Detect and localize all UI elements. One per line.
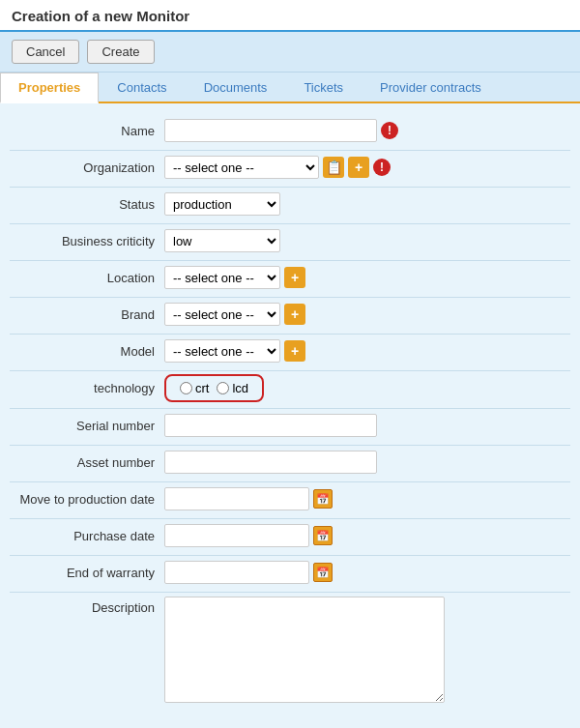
serial-number-row: Serial number: [10, 412, 570, 439]
organization-row: Organization -- select one -- 📋 + !: [10, 154, 570, 181]
name-input[interactable]: [164, 119, 377, 142]
move-to-production-label: Move to production date: [10, 492, 164, 507]
brand-row: Brand -- select one -- +: [10, 301, 570, 328]
serial-number-control: [164, 414, 377, 437]
business-criticity-label: Business criticity: [10, 234, 164, 248]
description-row: Description: [10, 597, 570, 703]
brand-add-button[interactable]: +: [284, 304, 305, 325]
technology-lcd-radio[interactable]: [217, 382, 229, 394]
purchase-date-input[interactable]: [164, 524, 309, 547]
asset-number-control: [164, 451, 377, 474]
organization-view-button[interactable]: 📋: [323, 157, 344, 178]
business-criticity-control: low medium high: [164, 229, 280, 252]
model-label: Model: [10, 344, 164, 359]
location-control: -- select one -- +: [164, 266, 305, 289]
brand-label: Brand: [10, 307, 164, 322]
move-to-production-row: Move to production date 📅: [10, 485, 570, 512]
move-to-production-calendar-button[interactable]: 📅: [313, 489, 333, 509]
end-of-warranty-input[interactable]: [164, 561, 309, 584]
page-title: Creation of a new Monitor: [12, 8, 568, 24]
technology-crt-radio[interactable]: [180, 382, 192, 394]
model-select[interactable]: -- select one --: [164, 339, 280, 363]
name-control: !: [164, 119, 398, 142]
cancel-button[interactable]: Cancel: [12, 40, 79, 64]
tab-provider-contracts[interactable]: Provider contracts: [362, 73, 500, 102]
technology-label: technology: [10, 381, 164, 395]
status-control: production test maintenance retired: [164, 192, 280, 216]
location-row: Location -- select one -- +: [10, 264, 570, 291]
technology-crt-option[interactable]: crt: [180, 381, 209, 395]
create-button[interactable]: Create: [87, 40, 154, 64]
end-of-warranty-row: End of warranty 📅: [10, 559, 570, 586]
status-row: Status production test maintenance retir…: [10, 190, 570, 218]
technology-crt-label: crt: [195, 381, 209, 395]
tab-documents[interactable]: Documents: [186, 73, 286, 102]
tab-tickets[interactable]: Tickets: [285, 73, 362, 102]
technology-box: crt lcd: [164, 374, 264, 402]
asset-number-row: Asset number: [10, 449, 570, 476]
brand-control: -- select one -- +: [164, 303, 305, 326]
location-select[interactable]: -- select one --: [164, 266, 280, 289]
tab-contacts[interactable]: Contacts: [99, 73, 185, 102]
end-of-warranty-control: 📅: [164, 561, 333, 584]
status-select[interactable]: production test maintenance retired: [164, 192, 280, 216]
move-to-production-input[interactable]: [164, 487, 309, 510]
organization-label: Organization: [10, 160, 164, 175]
name-error-icon: !: [381, 122, 398, 139]
technology-radio-group: crt lcd: [180, 381, 248, 395]
name-row: Name !: [10, 117, 570, 144]
organization-select[interactable]: -- select one --: [164, 156, 319, 179]
description-label: Description: [10, 597, 164, 615]
asset-number-label: Asset number: [10, 455, 164, 470]
business-criticity-row: Business criticity low medium high: [10, 227, 570, 254]
tab-properties[interactable]: Properties: [0, 73, 99, 103]
description-textarea[interactable]: [164, 597, 445, 703]
asset-number-input[interactable]: [164, 451, 377, 474]
technology-lcd-label: lcd: [232, 381, 248, 395]
location-add-button[interactable]: +: [284, 267, 305, 288]
purchase-date-calendar-button[interactable]: 📅: [313, 526, 333, 545]
serial-number-input[interactable]: [164, 414, 377, 437]
organization-add-button[interactable]: +: [348, 157, 369, 178]
tabs-bar: Properties Contacts Documents Tickets Pr…: [0, 73, 580, 103]
form-area: Name ! Organization -- select one -- 📋 +…: [0, 103, 580, 728]
location-label: Location: [10, 271, 164, 285]
status-label: Status: [10, 197, 164, 212]
purchase-date-row: Purchase date 📅: [10, 522, 570, 549]
technology-row: technology crt lcd: [10, 374, 570, 402]
brand-select[interactable]: -- select one --: [164, 303, 280, 326]
technology-control: crt lcd: [164, 374, 264, 402]
organization-error-icon: !: [373, 159, 391, 176]
model-add-button[interactable]: +: [284, 340, 305, 362]
name-label: Name: [10, 124, 164, 138]
business-criticity-select[interactable]: low medium high: [164, 229, 280, 252]
move-to-production-control: 📅: [164, 487, 333, 510]
serial-number-label: Serial number: [10, 419, 164, 433]
end-of-warranty-label: End of warranty: [10, 566, 164, 580]
technology-lcd-option[interactable]: lcd: [217, 381, 248, 395]
model-row: Model -- select one -- +: [10, 337, 570, 364]
model-control: -- select one -- +: [164, 339, 305, 363]
page-header: Creation of a new Monitor: [0, 0, 580, 32]
toolbar: Cancel Create: [0, 32, 580, 73]
description-control: [164, 597, 445, 703]
organization-control: -- select one -- 📋 + !: [164, 156, 391, 179]
purchase-date-control: 📅: [164, 524, 333, 547]
purchase-date-label: Purchase date: [10, 529, 164, 543]
end-of-warranty-calendar-button[interactable]: 📅: [313, 563, 333, 582]
